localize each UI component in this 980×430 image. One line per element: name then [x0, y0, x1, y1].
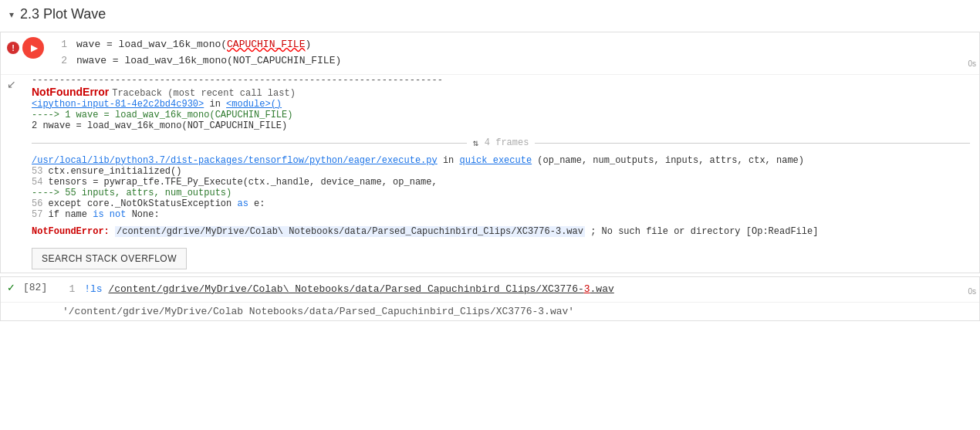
- notfound-path: /content/gdrive/MyDrive/Colab\ Notebooks…: [115, 226, 585, 237]
- cell1-line-numbers: 1 2: [50, 37, 73, 69]
- ipython-link[interactable]: <ipython-input-81-4e2c2bd4c930>: [32, 99, 204, 110]
- ipython-line: <ipython-input-81-4e2c2bd4c930> in <modu…: [32, 99, 970, 110]
- page-container: ▾ 2.3 Plot Wave ! 1 2 wave = load_wav_16…: [0, 0, 980, 430]
- search-stackoverflow-button[interactable]: SEARCH STACK OVERFLOW: [32, 248, 187, 269]
- cell1-input-area: ! 1 2 wave = load_wav_16k_mono(CAPUCHIN_…: [1, 32, 979, 75]
- cell2-wrapper: ✓ [82] 1 !ls /content/gdrive/MyDrive/Col…: [0, 276, 980, 322]
- notfound-error-line: NotFoundError: /content/gdrive/MyDrive/C…: [32, 226, 970, 237]
- line57: 57 if name is not None:: [32, 209, 970, 220]
- cell2-time: 0s: [965, 286, 979, 297]
- cell2-input-area: ✓ [82] 1 !ls /content/gdrive/MyDrive/Col…: [1, 277, 979, 303]
- expand-icon[interactable]: ↙: [7, 78, 16, 90]
- cell1-output-icon: ↙: [1, 75, 32, 93]
- traceback-separator: ----------------------------------------…: [32, 75, 970, 86]
- cell1-code: wave = load_wav_16k_mono(CAPUCHIN_FILE) …: [73, 37, 965, 69]
- code-line2: 2 nwave = load_wav_16k_mono(NOT_CAPUCHIN…: [32, 120, 970, 131]
- quick-execute-link[interactable]: quick_execute: [460, 155, 532, 166]
- cell2-line-numbers: 1: [58, 282, 81, 298]
- cell2-controls: ✓ [82]: [1, 282, 58, 293]
- success-check-icon: ✓: [7, 282, 15, 293]
- module-link[interactable]: <module>(): [226, 99, 282, 110]
- chevron-icon: ▾: [9, 9, 14, 20]
- error-type-line: NotFoundError Traceback (most recent cal…: [32, 86, 970, 99]
- arrow-line1: ----> 1 wave = load_wav_16k_mono(CAPUCHI…: [32, 110, 970, 120]
- bash-excl: !ls: [84, 283, 102, 295]
- section-heading: ▾ 2.3 Plot Wave: [0, 0, 980, 29]
- cell1-output-content: ----------------------------------------…: [32, 75, 979, 273]
- line55: ----> 55 inputs, attrs, num_outputs): [32, 188, 970, 198]
- line54: 54 tensors = pywrap_tfe.TFE_Py_Execute(c…: [32, 177, 970, 188]
- line53: 53 ctx.ensure_initialized(): [32, 166, 970, 177]
- cell2-output: '/content/gdrive/MyDrive/Colab Notebooks…: [1, 303, 979, 320]
- frames-separator: ⇅ 4 frames: [32, 137, 970, 149]
- file-link-line: /usr/local/lib/python3.7/dist-packages/t…: [32, 155, 970, 166]
- section-title: 2.3 Plot Wave: [20, 6, 106, 22]
- cell1-wrapper: ! 1 2 wave = load_wav_16k_mono(CAPUCHIN_…: [0, 32, 980, 273]
- cell2-label: [82]: [19, 282, 52, 293]
- cell2-code: !ls /content/gdrive/MyDrive/Colab\ Noteb…: [81, 282, 965, 298]
- line56: 56 except core._NotOkStatusException as …: [32, 198, 970, 209]
- error-type-label: NotFoundError: [32, 86, 109, 98]
- frames-expand-icon[interactable]: ⇅: [473, 137, 478, 149]
- run-button[interactable]: [22, 37, 44, 59]
- cell1-output-row: ↙ --------------------------------------…: [1, 75, 979, 273]
- error-badge: !: [7, 42, 19, 54]
- frames-label: 4 frames: [485, 137, 529, 148]
- cell1-time: 0s: [965, 58, 979, 69]
- cell1-controls: !: [1, 37, 50, 59]
- execute-file-link[interactable]: /usr/local/lib/python3.7/dist-packages/t…: [32, 155, 438, 166]
